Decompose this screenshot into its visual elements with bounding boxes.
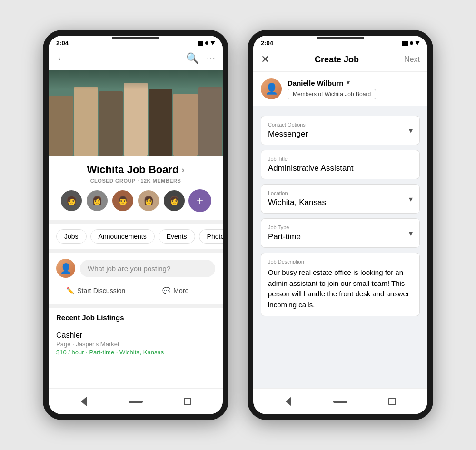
- status-icons-left: [198, 41, 215, 46]
- recents-nav-button-r[interactable]: [385, 394, 399, 409]
- contact-options-value: Messenger: [268, 129, 404, 139]
- filter-tabs: Jobs Announcements Events Photos: [49, 224, 223, 253]
- table-row[interactable]: Cashier Page · Jasper's Market $10 / hou…: [56, 327, 215, 360]
- recents-square-icon: [184, 398, 191, 405]
- more-button[interactable]: 💬 More: [136, 283, 216, 298]
- group-meta: CLOSED GROUP · 12K MEMBERS: [56, 178, 215, 184]
- location-label: Location: [268, 190, 404, 196]
- post-job-input[interactable]: What job are you posting?: [80, 260, 215, 277]
- more-dots-icon: 💬: [162, 287, 170, 294]
- person-3: [99, 91, 123, 156]
- edit-icon: ✏️: [66, 287, 74, 294]
- battery-icon: [210, 41, 215, 45]
- back-button[interactable]: ←: [56, 52, 67, 65]
- job-description-value: Our busy real estate office is looking f…: [268, 267, 413, 310]
- time-left: 2:04: [56, 39, 69, 47]
- person-4: [124, 83, 148, 156]
- nav-right-icons: 🔍 ···: [186, 52, 215, 65]
- form-scroll: Contact Options Messenger ▾ Job Title Ad…: [253, 110, 427, 388]
- time-right: 2:04: [261, 39, 273, 47]
- start-discussion-label: Start Discussion: [77, 287, 125, 294]
- bottom-nav-right: [253, 388, 427, 414]
- add-member-button[interactable]: +: [188, 189, 211, 212]
- hero-image: [49, 70, 223, 156]
- chevron-right-icon: ›: [181, 165, 184, 175]
- create-job-header: ✕ Create Job Next: [253, 49, 427, 72]
- location-arrow-icon: ▾: [409, 195, 413, 204]
- search-icon[interactable]: 🔍: [186, 52, 199, 65]
- close-button[interactable]: ✕: [261, 53, 269, 66]
- poster-name: Danielle Wilburn ▼: [288, 79, 376, 87]
- back-nav-button-r[interactable]: [281, 394, 296, 409]
- battery-icon-r: [415, 41, 420, 45]
- next-button[interactable]: Next: [404, 55, 420, 64]
- avatar-5: 👩: [163, 189, 186, 212]
- signal-icon: [198, 41, 203, 46]
- post-area: 👤 What job are you posting? ✏️ Start Dis…: [49, 253, 223, 308]
- home-pill-icon-r: [333, 401, 347, 403]
- avatar-3: 👨: [111, 189, 134, 212]
- job-description-field[interactable]: Job Description Our busy real estate off…: [261, 253, 420, 316]
- person-1: [49, 96, 73, 156]
- tab-photos[interactable]: Photos: [199, 229, 223, 244]
- poster-name-text: Danielle Wilburn: [288, 79, 343, 87]
- person-5: [149, 89, 172, 156]
- job-title-value: Administrative Assistant: [268, 164, 413, 173]
- wifi-icon-r: [410, 41, 413, 45]
- phone-screen-right: 2:04 ✕ Create Job Next 👤 Danielle Wilbur…: [253, 36, 427, 414]
- job-title-field[interactable]: Job Title Administrative Assistant: [261, 150, 420, 179]
- avatar-2: 👩: [86, 189, 109, 212]
- location-value: Wichita, Kansas: [268, 198, 404, 207]
- back-triangle-icon: [81, 397, 87, 406]
- phone-notch-right: [317, 37, 364, 39]
- avatar-4: 👩: [137, 189, 160, 212]
- person-2: [74, 87, 98, 156]
- more-label: More: [173, 287, 188, 294]
- poster-avatar-left: 👤: [56, 259, 75, 278]
- recents-nav-button[interactable]: [180, 394, 195, 409]
- person-7: [198, 87, 222, 156]
- recents-square-icon-r: [388, 398, 396, 405]
- contact-options-label: Contact Options: [268, 122, 404, 127]
- back-nav-button[interactable]: [77, 394, 91, 409]
- hero-overlay: [49, 70, 223, 89]
- phone-screen-left: 2:04 ← 🔍 ···: [49, 36, 223, 414]
- page-title: Create Job: [315, 55, 359, 65]
- start-discussion-button[interactable]: ✏️ Start Discussion: [56, 283, 136, 298]
- member-avatars: 🧑 👩 👨 👩 👩 +: [56, 189, 215, 212]
- name-dropdown-icon: ▼: [345, 79, 351, 86]
- back-triangle-icon-r: [286, 397, 291, 406]
- job-type-arrow-icon: ▾: [409, 229, 413, 238]
- phone-notch: [112, 37, 159, 39]
- wifi-icon: [205, 41, 208, 45]
- job-meta-1: Page · Jasper's Market: [56, 341, 215, 348]
- tab-jobs[interactable]: Jobs: [56, 229, 87, 244]
- group-name: Wichita Job Board ›: [56, 164, 215, 176]
- more-icon[interactable]: ···: [207, 52, 215, 65]
- job-meta-2: $10 / hour · Part-time · Wichita, Kansas: [56, 349, 215, 356]
- location-field[interactable]: Location Wichita, Kansas ▾: [261, 184, 420, 214]
- recent-title: Recent Job Listings: [56, 313, 215, 322]
- post-input-row: 👤 What job are you posting?: [56, 259, 215, 278]
- job-title-label: Job Title: [268, 156, 413, 162]
- status-icons-right: [402, 41, 420, 46]
- job-title-text: Cashier: [56, 331, 215, 340]
- poster-avatar-right: 👤: [261, 78, 282, 99]
- home-nav-button-r[interactable]: [333, 394, 347, 409]
- bottom-nav-left: [49, 388, 223, 414]
- person-6: [173, 94, 197, 156]
- post-actions: ✏️ Start Discussion 💬 More: [56, 283, 215, 298]
- tab-events[interactable]: Events: [159, 229, 195, 244]
- tab-announcements[interactable]: Announcements: [90, 229, 155, 244]
- home-pill-icon: [129, 401, 143, 403]
- home-nav-button[interactable]: [129, 394, 143, 409]
- signal-icon-r: [402, 41, 408, 46]
- avatar-1: 🧑: [60, 189, 83, 212]
- phone-right: 2:04 ✕ Create Job Next 👤 Danielle Wilbur…: [248, 30, 433, 420]
- job-description-label: Job Description: [268, 259, 413, 264]
- job-type-field[interactable]: Job Type Part-time ▾: [261, 218, 420, 248]
- contact-options-arrow-icon: ▾: [409, 126, 413, 135]
- contact-options-field[interactable]: Contact Options Messenger ▾: [261, 116, 420, 145]
- poster-audience[interactable]: Members of Wichita Job Board: [288, 89, 376, 99]
- job-type-value: Part-time: [268, 232, 404, 242]
